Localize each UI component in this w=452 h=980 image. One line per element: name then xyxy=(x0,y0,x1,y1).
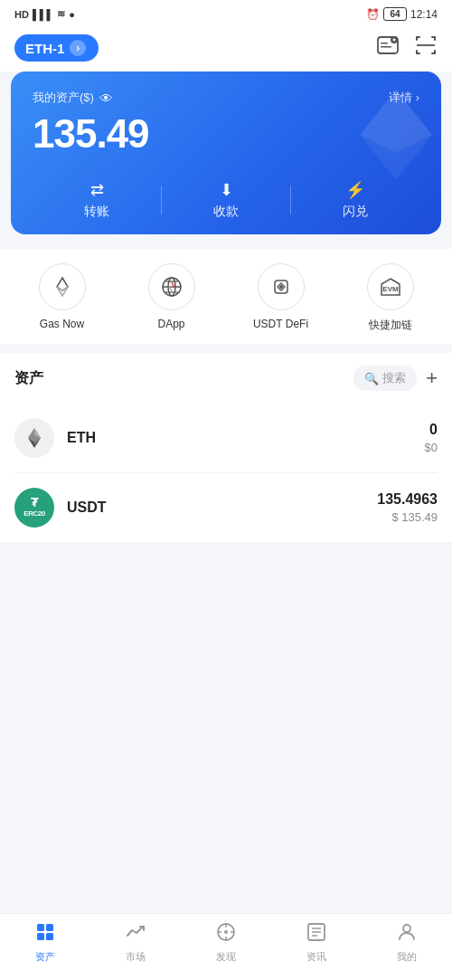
eth-amount: 0 xyxy=(425,422,438,438)
svg-rect-29 xyxy=(37,933,44,940)
quick-action-gas-now[interactable]: Gas Now xyxy=(7,263,117,333)
svg-text:EVM: EVM xyxy=(382,285,399,293)
assets-section: 资产 🔍 搜索 + ETH 0 $0 ₮ xyxy=(0,353,452,542)
nav-item-profile[interactable]: 我的 xyxy=(362,921,452,964)
news-nav-icon xyxy=(306,921,327,947)
assets-nav-icon xyxy=(34,921,56,947)
search-box[interactable]: 🔍 搜索 xyxy=(353,366,417,391)
transfer-icon: ⇄ xyxy=(90,180,104,200)
profile-nav-icon xyxy=(396,921,418,947)
wallet-chevron-icon: › xyxy=(70,40,86,56)
nav-news-label: 资讯 xyxy=(306,950,326,964)
svg-point-20 xyxy=(279,285,283,289)
alarm-icon: ⏰ xyxy=(366,8,380,21)
status-right: ⏰ 64 12:14 xyxy=(366,7,438,21)
receive-label: 收款 xyxy=(213,204,239,220)
nav-item-market[interactable]: 市场 xyxy=(90,921,181,964)
wifi-icon: ≋ xyxy=(57,8,65,20)
search-icon: 🔍 xyxy=(364,372,379,385)
assets-controls: 🔍 搜索 + xyxy=(353,366,438,391)
discover-nav-icon xyxy=(215,921,237,947)
asset-item-usdt[interactable]: ₮ ERC20 USDT 135.4963 $ 135.49 xyxy=(14,473,438,542)
header-icons xyxy=(376,33,438,62)
wechat-icon: ● xyxy=(69,9,75,20)
svg-rect-27 xyxy=(37,924,44,931)
scan-icon[interactable] xyxy=(414,33,438,62)
dapp-icon xyxy=(148,263,195,310)
svg-point-41 xyxy=(403,925,410,932)
bottom-nav: 资产 市场 发现 xyxy=(0,913,452,980)
eth-name: ETH xyxy=(67,430,425,446)
usdt-defi-icon xyxy=(258,263,305,310)
nav-item-news[interactable]: 资讯 xyxy=(271,921,362,964)
add-account-icon[interactable] xyxy=(376,33,400,62)
transfer-label: 转账 xyxy=(84,204,109,220)
assets-header: 资产 🔍 搜索 + xyxy=(14,366,438,391)
network-indicator: HD xyxy=(14,9,29,20)
nav-profile-label: 我的 xyxy=(397,950,417,964)
evm-chain-label: 快捷加链 xyxy=(369,318,412,333)
add-asset-button[interactable]: + xyxy=(426,368,438,388)
usdt-values: 135.4963 $ 135.49 xyxy=(377,491,438,524)
swap-label: 闪兑 xyxy=(343,204,368,220)
nav-market-label: 市场 xyxy=(126,950,146,964)
status-left: HD ▌▌▌ ≋ ● xyxy=(14,8,75,20)
market-nav-icon xyxy=(125,921,146,947)
status-bar: HD ▌▌▌ ≋ ● ⏰ 64 12:14 xyxy=(0,0,452,24)
gas-now-label: Gas Now xyxy=(40,318,84,330)
svg-point-32 xyxy=(224,930,228,934)
nav-assets-label: 资产 xyxy=(35,950,55,964)
svg-rect-4 xyxy=(381,43,388,44)
usdt-usd: $ 135.49 xyxy=(377,510,438,524)
usdt-amount: 135.4963 xyxy=(377,491,438,508)
eth-watermark-icon xyxy=(342,81,441,205)
usdt-name: USDT xyxy=(67,500,377,516)
nav-item-discover[interactable]: 发现 xyxy=(181,921,271,964)
quick-action-usdt-defi[interactable]: USDT DeFi xyxy=(226,263,335,333)
signal-icon: ▌▌▌ xyxy=(33,9,53,20)
gas-now-icon xyxy=(39,263,86,310)
eth-values: 0 $0 xyxy=(425,422,438,454)
quick-action-dapp[interactable]: DApp xyxy=(117,263,226,333)
bottom-spacer xyxy=(0,542,452,633)
receive-action[interactable]: ⬇ 收款 xyxy=(162,180,290,220)
dapp-label: DApp xyxy=(157,318,184,330)
transfer-action[interactable]: ⇄ 转账 xyxy=(33,180,161,220)
usdt-defi-label: USDT DeFi xyxy=(253,318,308,330)
nav-discover-label: 发现 xyxy=(216,950,236,964)
battery-indicator: 64 xyxy=(383,7,407,21)
wallet-selector[interactable]: ETH-1 › xyxy=(14,34,99,62)
wallet-name: ETH-1 xyxy=(25,41,64,56)
usdt-logo: ₮ ERC20 xyxy=(14,488,54,528)
svg-marker-10 xyxy=(57,287,68,296)
svg-rect-5 xyxy=(381,46,391,48)
quick-actions: Gas Now DApp USDT DeFi xyxy=(0,249,452,344)
asset-label: 我的资产($) 👁 xyxy=(33,90,113,106)
assets-title: 资产 xyxy=(14,369,43,388)
eth-logo xyxy=(14,418,54,458)
app-header: ETH-1 › xyxy=(0,24,452,71)
asset-item-eth[interactable]: ETH 0 $0 xyxy=(14,404,438,473)
svg-rect-30 xyxy=(46,933,53,940)
quick-action-evm-chain[interactable]: EVM 快捷加链 xyxy=(335,263,445,333)
asset-card: 我的资产($) 👁 详情 135.49 ⇄ 转账 ⬇ 收款 ⚡ 闪兑 xyxy=(11,71,441,234)
eth-usd: $0 xyxy=(425,441,438,454)
evm-chain-icon: EVM xyxy=(367,263,414,310)
nav-item-assets[interactable]: 资产 xyxy=(0,921,90,964)
receive-icon: ⬇ xyxy=(220,180,233,200)
time-display: 12:14 xyxy=(410,8,438,21)
eye-icon[interactable]: 👁 xyxy=(99,90,113,106)
search-placeholder: 搜索 xyxy=(382,370,406,386)
svg-rect-28 xyxy=(46,924,53,931)
